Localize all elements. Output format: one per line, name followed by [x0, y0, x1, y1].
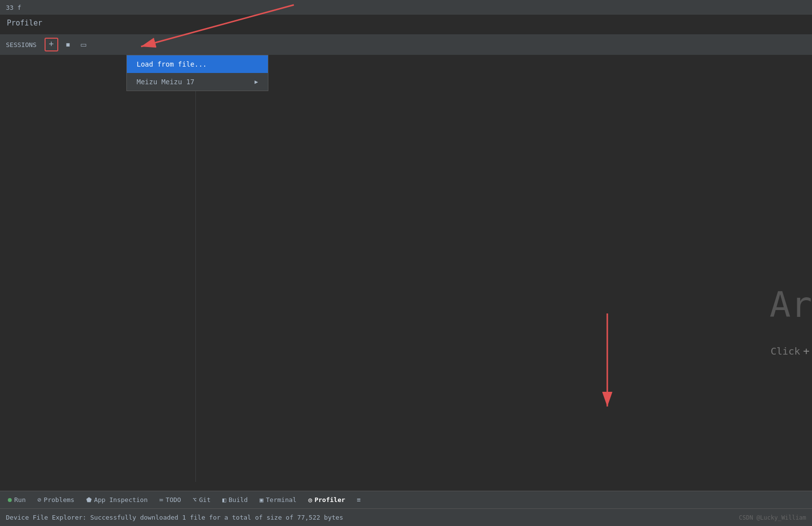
- tab-terminal-label: Terminal: [266, 496, 297, 503]
- stop-button[interactable]: ■: [62, 39, 74, 50]
- tab-build-label: Build: [229, 496, 248, 503]
- terminal-icon: ▣: [260, 496, 263, 503]
- tab-profiler[interactable]: ◎ Profiler: [302, 491, 351, 508]
- tab-git[interactable]: ⌥ Git: [187, 491, 216, 508]
- profiler-title: Profiler: [0, 15, 49, 31]
- tab-app-inspection-label: App Inspection: [94, 496, 148, 503]
- git-icon: ⌥: [193, 496, 197, 503]
- sessions-bar: SESSIONS + ■ ▭: [0, 34, 812, 55]
- sessions-list-panel: [0, 55, 196, 482]
- plus-hint-icon: +: [803, 345, 810, 357]
- tab-run-label: Run: [14, 496, 25, 503]
- status-bar: Device File Explorer: Successfully downl…: [0, 508, 812, 526]
- tab-git-label: Git: [199, 496, 210, 503]
- session-detail-panel: Ar Click +: [196, 55, 812, 482]
- status-message: Device File Explorer: Successfully downl…: [6, 514, 343, 521]
- tab-run[interactable]: Run: [2, 491, 31, 508]
- main-content-area: Ar Click +: [0, 55, 812, 482]
- top-bar-text: 33 f: [6, 4, 21, 11]
- tab-problems-label: Problems: [44, 496, 74, 503]
- tab-problems[interactable]: ⊘ Problems: [31, 491, 80, 508]
- chevron-right-icon: ▶: [255, 78, 258, 85]
- stop-icon: ■: [66, 41, 70, 48]
- more-icon: ≡: [357, 496, 361, 503]
- status-author: CSDN @Lucky_William: [739, 514, 806, 521]
- meizu-device-item[interactable]: Meizu Meizu 17 ▶: [127, 73, 268, 91]
- plus-icon: +: [48, 40, 54, 49]
- problems-icon: ⊘: [37, 496, 41, 503]
- tab-terminal[interactable]: ▣ Terminal: [254, 491, 302, 508]
- tab-todo[interactable]: ≔ TODO: [154, 491, 187, 508]
- bottom-toolbar: Run ⊘ Problems ⬟ App Inspection ≔ TODO ⌥…: [0, 491, 812, 508]
- load-from-file-label: Load from file...: [137, 60, 207, 68]
- todo-icon: ≔: [160, 496, 164, 503]
- session-dropdown: Load from file... Meizu Meizu 17 ▶: [126, 55, 268, 91]
- click-label: Click: [771, 345, 800, 357]
- meizu-device-label: Meizu Meizu 17: [137, 78, 194, 86]
- load-from-file-item[interactable]: Load from file...: [127, 55, 268, 73]
- click-plus-hint: Click +: [771, 345, 810, 357]
- tab-more[interactable]: ≡: [351, 491, 367, 508]
- app-inspection-icon: ⬟: [86, 496, 92, 503]
- tab-profiler-label: Profiler: [314, 496, 345, 503]
- tab-todo-label: TODO: [166, 496, 181, 503]
- tab-build[interactable]: ◧ Build: [216, 491, 254, 508]
- sessions-label: SESSIONS: [6, 41, 37, 48]
- run-status-dot: [8, 498, 12, 502]
- sidebar-button[interactable]: ▭: [78, 39, 90, 50]
- profiler-tab-icon: ◎: [308, 496, 312, 503]
- tab-app-inspection[interactable]: ⬟ App Inspection: [80, 491, 154, 508]
- profiler-panel: Profiler SESSIONS + ■ ▭ Load from file..…: [0, 15, 812, 482]
- top-bar: 33 f: [0, 0, 812, 15]
- sidebar-icon: ▭: [80, 41, 87, 48]
- placeholder-large-text: Ar: [769, 284, 812, 325]
- build-icon: ◧: [222, 496, 226, 503]
- add-session-button[interactable]: +: [45, 38, 58, 51]
